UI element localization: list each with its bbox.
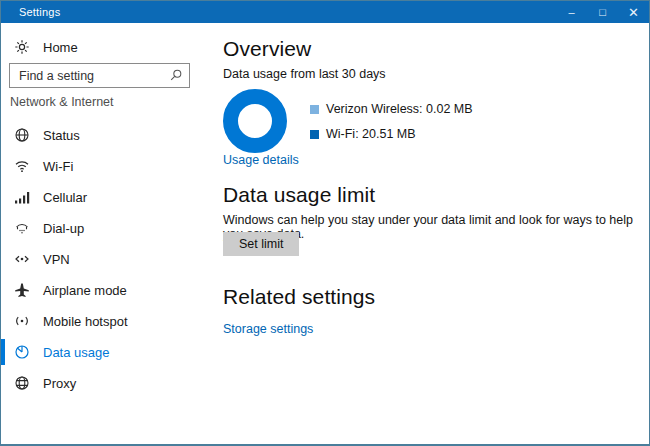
globe-icon	[14, 127, 30, 143]
window-title: Settings	[1, 6, 60, 18]
legend-swatch-wifi	[310, 130, 319, 139]
sidebar-item-label: Cellular	[43, 190, 87, 205]
related-settings-heading: Related settings	[223, 285, 375, 309]
search-icon	[169, 68, 183, 82]
sidebar-item-mobile-hotspot[interactable]: Mobile hotspot	[1, 307, 213, 335]
search-input[interactable]	[9, 63, 190, 88]
proxy-globe-icon	[14, 375, 30, 391]
sidebar-item-proxy[interactable]: Proxy	[1, 369, 213, 397]
search-box	[9, 63, 190, 88]
sidebar-item-label: Proxy	[43, 376, 76, 391]
legend-label: Verizon Wireless: 0.02 MB	[326, 102, 473, 116]
airplane-icon	[14, 282, 30, 298]
sidebar-item-label: Status	[43, 128, 80, 143]
pie-chart-icon	[14, 344, 30, 360]
settings-window: Settings – □ ✕ Home Netwo	[0, 0, 650, 446]
chart-legend: Verizon Wireless: 0.02 MB Wi-Fi: 20.51 M…	[310, 89, 473, 153]
legend-label: Wi-Fi: 20.51 MB	[326, 127, 416, 141]
sidebar-item-vpn[interactable]: VPN	[1, 245, 213, 273]
sidebar-item-cellular[interactable]: Cellular	[1, 183, 213, 211]
sidebar-item-label: Airplane mode	[43, 283, 127, 298]
legend-item-wifi: Wi-Fi: 20.51 MB	[310, 127, 473, 141]
sidebar-item-data-usage[interactable]: Data usage	[1, 338, 213, 366]
maximize-button[interactable]: □	[587, 1, 618, 23]
sidebar-item-airplane-mode[interactable]: Airplane mode	[1, 276, 213, 304]
chart-subtitle: Data usage from last 30 days	[223, 67, 386, 81]
gear-icon	[14, 39, 30, 55]
cellular-signal-icon	[14, 189, 30, 205]
sidebar-item-label: Mobile hotspot	[43, 314, 128, 329]
sidebar: Home Network & Internet Status	[1, 23, 213, 444]
sidebar-item-wifi[interactable]: Wi-Fi	[1, 152, 213, 180]
sidebar-item-label: Data usage	[43, 345, 110, 360]
overview-heading: Overview	[223, 37, 311, 61]
close-button[interactable]: ✕	[618, 1, 649, 23]
usage-details-link[interactable]: Usage details	[223, 153, 299, 167]
titlebar: Settings – □ ✕	[1, 1, 649, 23]
vpn-icon	[14, 251, 30, 267]
data-usage-limit-heading: Data usage limit	[223, 183, 375, 207]
set-limit-button[interactable]: Set limit	[223, 232, 299, 256]
wifi-icon	[14, 158, 30, 174]
hotspot-icon	[14, 313, 30, 329]
sidebar-item-label: VPN	[43, 252, 70, 267]
sidebar-item-home[interactable]: Home	[1, 33, 213, 61]
donut-chart	[223, 89, 287, 153]
sidebar-section-label: Network & Internet	[10, 95, 114, 109]
storage-settings-link[interactable]: Storage settings	[223, 322, 313, 336]
data-usage-chart: Verizon Wireless: 0.02 MB Wi-Fi: 20.51 M…	[223, 89, 473, 153]
sidebar-item-dialup[interactable]: Dial-up	[1, 214, 213, 242]
minimize-button[interactable]: –	[556, 1, 587, 23]
sidebar-item-status[interactable]: Status	[1, 121, 213, 149]
legend-item-verizon: Verizon Wireless: 0.02 MB	[310, 102, 473, 116]
legend-swatch-verizon	[310, 105, 319, 114]
sidebar-item-label: Wi-Fi	[43, 159, 73, 174]
window-controls: – □ ✕	[556, 1, 649, 23]
sidebar-item-label: Home	[43, 40, 78, 55]
sidebar-item-label: Dial-up	[43, 221, 84, 236]
dialup-phone-icon	[14, 220, 30, 236]
